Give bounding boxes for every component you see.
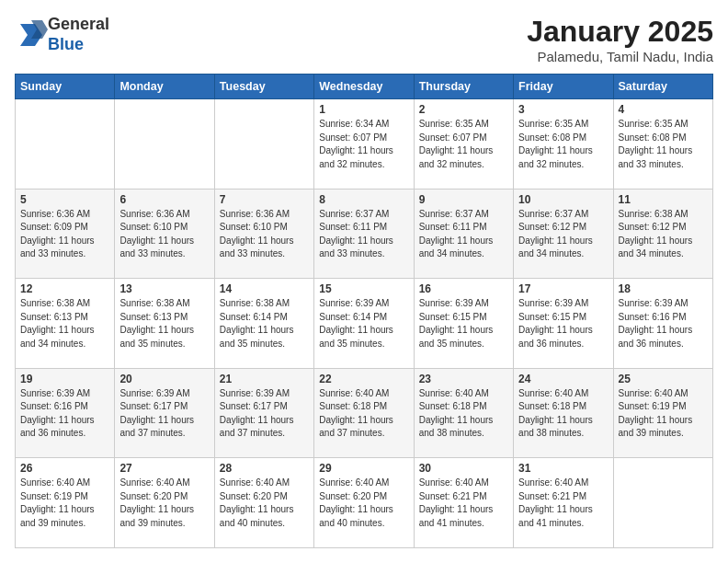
day-number: 29 xyxy=(319,462,408,475)
week-row-2: 12Sunrise: 6:38 AM Sunset: 6:13 PM Dayli… xyxy=(16,279,713,369)
day-content: Sunrise: 6:40 AM Sunset: 6:20 PM Dayligh… xyxy=(119,477,209,530)
day-header-wednesday: Wednesday xyxy=(314,75,414,99)
day-number: 11 xyxy=(619,193,708,206)
day-number: 12 xyxy=(20,282,109,295)
day-content: Sunrise: 6:35 AM Sunset: 6:08 PM Dayligh… xyxy=(619,118,708,171)
calendar-cell: 20Sunrise: 6:39 AM Sunset: 6:17 PM Dayli… xyxy=(115,368,214,458)
calendar-cell xyxy=(613,458,712,548)
day-number: 25 xyxy=(619,373,708,385)
calendar-cell: 16Sunrise: 6:39 AM Sunset: 6:15 PM Dayli… xyxy=(414,279,513,369)
week-row-4: 26Sunrise: 6:40 AM Sunset: 6:19 PM Dayli… xyxy=(16,458,713,548)
calendar-cell: 19Sunrise: 6:39 AM Sunset: 6:16 PM Dayli… xyxy=(16,368,115,458)
calendar-cell: 26Sunrise: 6:40 AM Sunset: 6:19 PM Dayli… xyxy=(16,458,115,548)
week-row-0: 1Sunrise: 6:34 AM Sunset: 6:07 PM Daylig… xyxy=(16,99,713,190)
day-number: 4 xyxy=(619,103,708,116)
day-content: Sunrise: 6:40 AM Sunset: 6:20 PM Dayligh… xyxy=(220,477,309,530)
week-row-1: 5Sunrise: 6:36 AM Sunset: 6:09 PM Daylig… xyxy=(16,189,713,279)
day-number: 31 xyxy=(518,462,608,475)
day-content: Sunrise: 6:39 AM Sunset: 6:14 PM Dayligh… xyxy=(319,297,408,350)
calendar-cell: 9Sunrise: 6:37 AM Sunset: 6:11 PM Daylig… xyxy=(414,189,513,279)
calendar-cell: 2Sunrise: 6:35 AM Sunset: 6:07 PM Daylig… xyxy=(414,99,513,190)
day-content: Sunrise: 6:38 AM Sunset: 6:14 PM Dayligh… xyxy=(220,297,309,350)
calendar-cell: 25Sunrise: 6:40 AM Sunset: 6:19 PM Dayli… xyxy=(613,368,712,458)
header: General Blue January 2025 Palamedu, Tami… xyxy=(15,15,713,64)
day-number: 24 xyxy=(518,373,608,385)
calendar-cell: 22Sunrise: 6:40 AM Sunset: 6:18 PM Dayli… xyxy=(314,368,414,458)
day-content: Sunrise: 6:38 AM Sunset: 6:13 PM Dayligh… xyxy=(119,297,209,350)
day-content: Sunrise: 6:35 AM Sunset: 6:08 PM Dayligh… xyxy=(518,118,608,171)
calendar-cell: 7Sunrise: 6:36 AM Sunset: 6:10 PM Daylig… xyxy=(214,189,313,279)
day-number: 19 xyxy=(20,373,109,385)
day-number: 1 xyxy=(319,103,408,116)
day-content: Sunrise: 6:37 AM Sunset: 6:11 PM Dayligh… xyxy=(419,208,508,261)
day-number: 16 xyxy=(419,282,508,295)
title-area: January 2025 Palamedu, Tamil Nadu, India xyxy=(527,15,713,64)
calendar-cell: 24Sunrise: 6:40 AM Sunset: 6:18 PM Dayli… xyxy=(514,368,613,458)
day-content: Sunrise: 6:40 AM Sunset: 6:21 PM Dayligh… xyxy=(419,477,508,530)
day-number: 20 xyxy=(119,373,209,385)
day-number: 17 xyxy=(518,282,608,295)
day-number: 21 xyxy=(220,373,309,385)
day-number: 2 xyxy=(419,103,508,116)
day-content: Sunrise: 6:36 AM Sunset: 6:10 PM Dayligh… xyxy=(220,208,309,261)
day-content: Sunrise: 6:37 AM Sunset: 6:11 PM Dayligh… xyxy=(319,208,408,261)
calendar-cell: 27Sunrise: 6:40 AM Sunset: 6:20 PM Dayli… xyxy=(115,458,214,548)
day-number: 26 xyxy=(20,462,109,475)
calendar-cell: 11Sunrise: 6:38 AM Sunset: 6:12 PM Dayli… xyxy=(613,189,712,279)
calendar-cell: 23Sunrise: 6:40 AM Sunset: 6:18 PM Dayli… xyxy=(414,368,513,458)
day-content: Sunrise: 6:40 AM Sunset: 6:21 PM Dayligh… xyxy=(518,477,608,530)
day-content: Sunrise: 6:39 AM Sunset: 6:17 PM Dayligh… xyxy=(220,387,309,441)
day-number: 15 xyxy=(319,282,408,295)
calendar-cell: 1Sunrise: 6:34 AM Sunset: 6:07 PM Daylig… xyxy=(314,99,414,190)
day-number: 22 xyxy=(319,373,408,385)
day-content: Sunrise: 6:40 AM Sunset: 6:18 PM Dayligh… xyxy=(518,387,608,441)
day-number: 13 xyxy=(119,282,209,295)
day-header-monday: Monday xyxy=(115,75,214,99)
day-number: 6 xyxy=(119,193,209,206)
calendar-cell: 28Sunrise: 6:40 AM Sunset: 6:20 PM Dayli… xyxy=(214,458,313,548)
calendar-cell: 21Sunrise: 6:39 AM Sunset: 6:17 PM Dayli… xyxy=(214,368,313,458)
calendar-cell: 6Sunrise: 6:36 AM Sunset: 6:10 PM Daylig… xyxy=(115,189,214,279)
logo: General Blue xyxy=(15,15,109,54)
day-number: 14 xyxy=(220,282,309,295)
month-title: January 2025 xyxy=(527,15,713,49)
day-header-tuesday: Tuesday xyxy=(214,75,313,99)
calendar-cell: 10Sunrise: 6:37 AM Sunset: 6:12 PM Dayli… xyxy=(514,189,613,279)
calendar-cell: 15Sunrise: 6:39 AM Sunset: 6:14 PM Dayli… xyxy=(314,279,414,369)
day-number: 23 xyxy=(419,373,508,385)
logo-icon xyxy=(15,17,48,53)
day-number: 27 xyxy=(119,462,209,475)
calendar-cell: 13Sunrise: 6:38 AM Sunset: 6:13 PM Dayli… xyxy=(115,279,214,369)
calendar-cell: 3Sunrise: 6:35 AM Sunset: 6:08 PM Daylig… xyxy=(514,99,613,190)
day-content: Sunrise: 6:39 AM Sunset: 6:16 PM Dayligh… xyxy=(619,297,708,350)
day-content: Sunrise: 6:39 AM Sunset: 6:15 PM Dayligh… xyxy=(518,297,608,350)
calendar-cell: 14Sunrise: 6:38 AM Sunset: 6:14 PM Dayli… xyxy=(214,279,313,369)
calendar-cell: 18Sunrise: 6:39 AM Sunset: 6:16 PM Dayli… xyxy=(613,279,712,369)
day-content: Sunrise: 6:39 AM Sunset: 6:15 PM Dayligh… xyxy=(419,297,508,350)
day-content: Sunrise: 6:40 AM Sunset: 6:18 PM Dayligh… xyxy=(319,387,408,441)
day-content: Sunrise: 6:39 AM Sunset: 6:17 PM Dayligh… xyxy=(119,387,209,441)
day-content: Sunrise: 6:34 AM Sunset: 6:07 PM Dayligh… xyxy=(319,118,408,171)
day-content: Sunrise: 6:40 AM Sunset: 6:19 PM Dayligh… xyxy=(20,477,109,530)
day-number: 9 xyxy=(419,193,508,206)
day-header-friday: Friday xyxy=(514,75,613,99)
week-row-3: 19Sunrise: 6:39 AM Sunset: 6:16 PM Dayli… xyxy=(16,368,713,458)
calendar-cell: 29Sunrise: 6:40 AM Sunset: 6:20 PM Dayli… xyxy=(314,458,414,548)
day-number: 30 xyxy=(419,462,508,475)
day-content: Sunrise: 6:38 AM Sunset: 6:13 PM Dayligh… xyxy=(20,297,109,350)
logo-general: General xyxy=(48,15,109,35)
day-number: 5 xyxy=(20,193,109,206)
calendar-cell: 17Sunrise: 6:39 AM Sunset: 6:15 PM Dayli… xyxy=(514,279,613,369)
calendar-cell: 5Sunrise: 6:36 AM Sunset: 6:09 PM Daylig… xyxy=(16,189,115,279)
calendar-cell: 31Sunrise: 6:40 AM Sunset: 6:21 PM Dayli… xyxy=(514,458,613,548)
calendar-cell: 30Sunrise: 6:40 AM Sunset: 6:21 PM Dayli… xyxy=(414,458,513,548)
calendar-cell: 12Sunrise: 6:38 AM Sunset: 6:13 PM Dayli… xyxy=(16,279,115,369)
location: Palamedu, Tamil Nadu, India xyxy=(527,49,713,64)
day-content: Sunrise: 6:40 AM Sunset: 6:19 PM Dayligh… xyxy=(619,387,708,441)
day-number: 28 xyxy=(220,462,309,475)
day-header-row: SundayMondayTuesdayWednesdayThursdayFrid… xyxy=(16,75,713,99)
day-content: Sunrise: 6:37 AM Sunset: 6:12 PM Dayligh… xyxy=(518,208,608,261)
day-content: Sunrise: 6:39 AM Sunset: 6:16 PM Dayligh… xyxy=(20,387,109,441)
day-number: 18 xyxy=(619,282,708,295)
calendar: SundayMondayTuesdayWednesdayThursdayFrid… xyxy=(15,74,713,548)
